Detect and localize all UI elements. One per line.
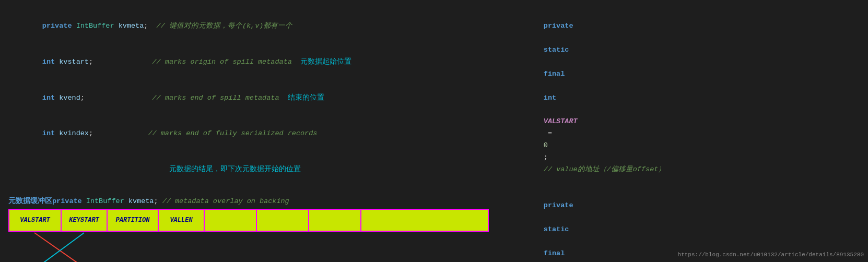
kw-static-r2: static — [544, 225, 569, 233]
var-kvmeta: kvmeta — [119, 22, 144, 30]
meta-cell-empty2 — [257, 210, 309, 231]
num-0: 0 — [544, 141, 548, 149]
comment-3b: 结束的位置 — [288, 94, 324, 102]
kw-private-r1: private — [544, 22, 573, 30]
kw-final-r2: final — [544, 249, 565, 257]
meta-buffer-container: VALSTART KEYSTART PARTITION VALLEN — [8, 209, 489, 262]
keyword-int-2: int — [42, 94, 55, 102]
watermark: https://blog.csdn.net/u010132/article/de… — [678, 252, 864, 258]
var-kvstart: kvstart — [59, 58, 89, 66]
main-container: private IntBuffer kvmeta; // 键值对的元数据，每个(… — [8, 8, 860, 262]
meta-cell-empty1 — [205, 210, 257, 231]
var-kvmeta-diag: kvmeta — [128, 197, 154, 205]
type-intbuffer-diag: IntBuffer — [82, 197, 128, 205]
right-panel: private static final int VALSTART = 0 ; … — [510, 8, 860, 262]
kw-private-diag: 元数据缓冲区 — [8, 197, 52, 205]
var-kvindex: kvindex — [59, 129, 89, 137]
arrows-svg — [8, 232, 489, 262]
const-valstart: VALSTART — [544, 117, 578, 125]
comment-2a: // marks origin of spill metadata — [152, 58, 300, 66]
indent — [42, 165, 169, 173]
kw-final-r1: final — [544, 70, 565, 78]
space — [544, 106, 548, 114]
kw-private-r2: private — [544, 201, 573, 209]
kw-int-r1: int — [544, 94, 556, 102]
code-line-1: private IntBuffer kvmeta; // 键值对的元数据，每个(… — [8, 8, 489, 44]
space2 — [114, 22, 119, 30]
space — [544, 34, 548, 42]
semicolon: ; — [144, 22, 156, 30]
diagram-label: 元数据缓冲区private IntBuffer kvmeta; // metad… — [8, 196, 489, 206]
comment-1: // 键值对的元数据，每个(k,v)都有一个 — [157, 22, 293, 30]
code-line-4: int kvindex; // marks end of fully seria… — [8, 116, 489, 152]
meta-cell-keystart: KEYSTART — [62, 210, 108, 231]
arrows-area — [8, 232, 489, 262]
comment-3a: // marks end of spill metadata — [152, 94, 287, 102]
right-line-1: private static final int VALSTART = 0 ; … — [510, 8, 860, 188]
keyword-int-1: int — [42, 58, 55, 66]
semi: ; — [89, 129, 148, 137]
comment-5: 元数据的结尾，即下次元数据开始的位置 — [169, 165, 301, 173]
semi: ; — [80, 94, 153, 102]
left-code-block: private IntBuffer kvmeta; // 键值对的元数据，每个(… — [8, 8, 489, 188]
code-line-2: int kvstart; // marks origin of spill me… — [8, 44, 489, 80]
space — [544, 58, 548, 66]
comment-r1: // value的地址（/偏移量offset） — [544, 165, 666, 173]
right-code-block: private static final int VALSTART = 0 ; … — [510, 8, 860, 262]
code-line-3: int kvend; // marks end of spill metadat… — [8, 80, 489, 116]
code-line-5: 元数据的结尾，即下次元数据开始的位置 — [8, 152, 489, 188]
eq: = — [544, 129, 556, 137]
space — [544, 82, 548, 90]
right-line-2: private static final int KEYSTART = 1 ; … — [510, 188, 860, 262]
semi: ; — [544, 153, 590, 161]
meta-cell-valstart: VALSTART — [9, 210, 62, 231]
svg-line-1 — [34, 233, 84, 262]
keyword-int-3: int — [42, 129, 55, 137]
comment-2b: 元数据起始位置 — [300, 58, 351, 66]
meta-cell-vallen: VALLEN — [159, 210, 205, 231]
semi-diag: ; — [154, 197, 162, 205]
space — [544, 213, 548, 221]
left-panel: private IntBuffer kvmeta; // 键值对的元数据，每个(… — [8, 8, 489, 262]
comment-4: // marks end of fully serialized records — [148, 129, 317, 137]
var-kvend: kvend — [59, 94, 80, 102]
diagram-section: 元数据缓冲区private IntBuffer kvmeta; // metad… — [8, 196, 489, 262]
space — [544, 237, 548, 245]
meta-cell-empty4 — [361, 210, 488, 231]
type-intbuffer: IntBuffer — [76, 22, 114, 30]
keyword-private: private — [42, 22, 72, 30]
kw-private2: private — [52, 197, 82, 205]
semi: ; — [89, 58, 153, 66]
meta-cell-partition: PARTITION — [108, 210, 159, 231]
meta-grid: VALSTART KEYSTART PARTITION VALLEN — [8, 209, 489, 232]
comment-diag: // metadata overlay on backing — [162, 197, 289, 205]
kw-static-r1: static — [544, 46, 569, 54]
space — [72, 22, 76, 30]
meta-cell-empty3 — [309, 210, 361, 231]
